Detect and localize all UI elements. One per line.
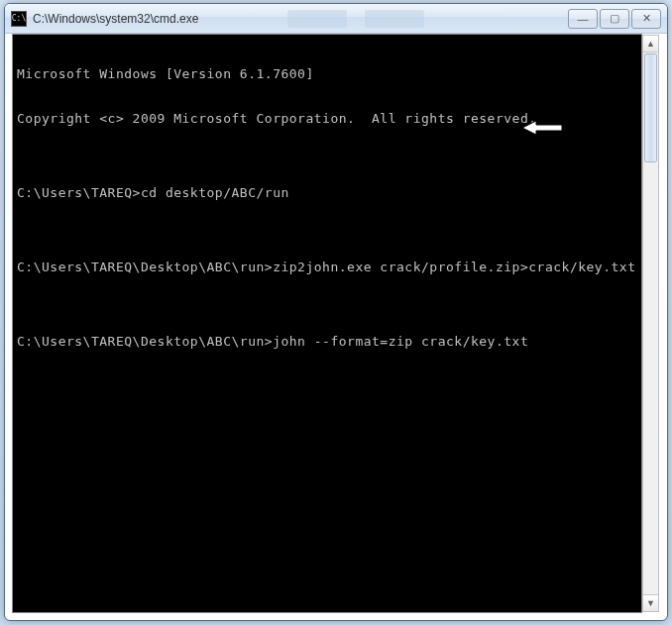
console-line: Microsoft Windows [Version 6.1.7600] [17,66,637,81]
ghost-element [287,10,347,28]
ghost-element [365,10,424,28]
console-line: C:\Users\TAREQ\Desktop\ABC\run>john --fo… [17,334,637,349]
console-output[interactable]: Microsoft Windows [Version 6.1.7600] Cop… [13,35,641,612]
close-button[interactable]: ✕ [631,9,661,29]
cmd-icon: C:\ [11,11,27,27]
vertical-scrollbar[interactable]: ▲ ▼ [642,35,659,612]
console-line: Copyright <c> 2009 Microsoft Corporation… [17,111,637,126]
window-title: C:\Windows\system32\cmd.exe [33,12,198,26]
console-line: C:\Users\TAREQ>cd desktop/ABC/run [17,185,637,200]
titlebar[interactable]: C:\ C:\Windows\system32\cmd.exe — ▢ ✕ [5,4,667,34]
maximize-button[interactable]: ▢ [600,9,629,29]
minimize-button[interactable]: — [568,9,598,29]
background-blur [287,10,566,28]
console-line: C:\Users\TAREQ\Desktop\ABC\run>zip2john.… [17,260,637,274]
scroll-up-button[interactable]: ▲ [643,36,658,52]
scroll-thumb[interactable] [644,53,657,162]
scroll-down-button[interactable]: ▼ [643,594,658,611]
window-controls: — ▢ ✕ [566,9,661,29]
console-client-area: Microsoft Windows [Version 6.1.7600] Cop… [12,34,642,613]
cmd-window: C:\ C:\Windows\system32\cmd.exe — ▢ ✕ Mi… [4,3,668,621]
